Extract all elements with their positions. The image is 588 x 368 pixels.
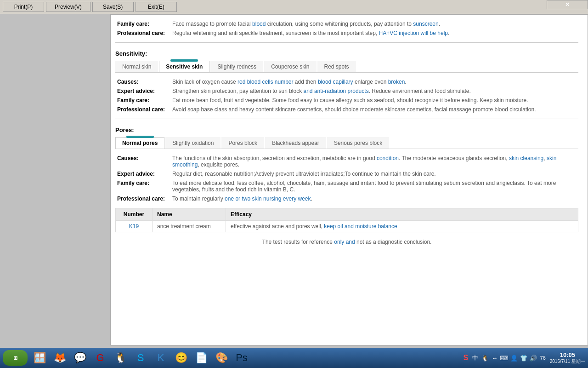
col-name-header: Name xyxy=(153,208,226,221)
tab-normal-pores[interactable]: Normal pores xyxy=(115,137,164,149)
sensitivity-family-text: Eat more bean food, fruit and vegetable.… xyxy=(170,96,578,105)
sensitivity-section: Sensitivity: Normal skin Sensitive skin … xyxy=(115,50,578,119)
start-icon: ⊞ xyxy=(13,355,17,361)
pores-family-label: Family care: xyxy=(115,178,170,194)
col-number-header: Number xyxy=(116,208,153,221)
tab-slightly-redness[interactable]: Slightly redness xyxy=(210,61,263,72)
taskbar-icon-11[interactable]: Ps xyxy=(232,350,251,366)
pores-tab-active-indicator xyxy=(126,136,154,138)
divider-sensitivity xyxy=(115,119,578,119)
tray-icon-qq[interactable]: 🐧 xyxy=(481,354,489,362)
tray-icon-user[interactable]: 👤 xyxy=(510,354,518,362)
table-row: K19 ance treatment cream effective again… xyxy=(116,221,578,232)
taskbar-icon-4[interactable]: G xyxy=(91,350,109,366)
tray-icon-s[interactable]: S xyxy=(462,354,470,362)
start-button[interactable]: ⊞ xyxy=(3,350,28,366)
taskbar-icon-1[interactable]: 🪟 xyxy=(30,350,49,366)
sensitivity-expert-row: Expert advice: Strengthen skin protectio… xyxy=(115,86,578,96)
taskbar-icon-8[interactable]: 😊 xyxy=(172,350,190,366)
tray-icon-lang[interactable]: 中 xyxy=(471,354,480,362)
professional-care-row: Professional care: Regular whitening and… xyxy=(115,29,578,38)
sensitivity-causes-text: Skin lack of oxygen cause red blood cell… xyxy=(170,77,578,86)
preview-button[interactable]: Preview(V) xyxy=(46,2,90,12)
sensitivity-professional-text: Avoid soap base class and heavy content … xyxy=(170,105,578,114)
tab-slightly-oxidation[interactable]: Slightly oxidation xyxy=(165,137,220,149)
pores-care-table: Causes: The functions of the skin absorp… xyxy=(115,154,578,203)
product-table: Number Name Efficacy K19 ance treatment … xyxy=(115,208,578,232)
tray-icon-shirt[interactable]: 👕 xyxy=(520,354,528,362)
tab-sensitive-skin[interactable]: Sensitive skin xyxy=(159,61,209,72)
tab-red-spots[interactable]: Red spots xyxy=(317,61,356,72)
pores-expert-label: Expert advice: xyxy=(115,169,170,178)
sensitivity-family-row: Family care: Eat more bean food, fruit a… xyxy=(115,96,578,105)
pores-section: Pores: Normal pores Slightly oxidation P… xyxy=(115,126,578,250)
pores-family-row: Family care: To eat more delicate food, … xyxy=(115,178,578,194)
tab-blackheads-appear[interactable]: Blackheads appear xyxy=(265,137,326,149)
pores-professional-label: Professional care: xyxy=(115,194,170,203)
product-efficacy: effective against acne and pores well, k… xyxy=(226,221,578,232)
print-button[interactable]: Print(P) xyxy=(3,2,44,12)
save-button[interactable]: Save(S) xyxy=(92,2,134,12)
product-table-header: Number Name Efficacy xyxy=(116,208,578,221)
col-efficacy-header: Efficacy xyxy=(226,208,578,221)
sensitivity-title: Sensitivity: xyxy=(115,50,578,57)
pores-tab-bar: Normal pores Slightly oxidation Pores bl… xyxy=(115,137,578,149)
taskbar-icon-2[interactable]: 🦊 xyxy=(51,350,69,366)
taskbar-icon-3[interactable]: 💬 xyxy=(71,350,89,366)
pores-title: Pores: xyxy=(115,126,578,133)
close-button[interactable]: ✕ xyxy=(547,0,588,9)
sensitivity-professional-row: Professional care: Avoid soap base class… xyxy=(115,105,578,114)
sensitivity-professional-label: Professional care: xyxy=(115,105,170,114)
top-care-table: Family care: Face massage to promote fac… xyxy=(115,19,578,38)
tray-icon-volume[interactable]: 🔊 xyxy=(529,354,537,362)
taskbar-time[interactable]: 10:05 2016/7/11 星期一 xyxy=(550,351,585,365)
sensitivity-expert-label: Expert advice: xyxy=(115,86,170,96)
professional-care-label: Professional care: xyxy=(115,29,170,38)
footer-note: The test results for reference only and … xyxy=(115,239,578,250)
taskbar-icon-9[interactable]: 📄 xyxy=(192,350,210,366)
pores-professional-text: To maintain regularly one or two skin nu… xyxy=(170,194,578,203)
family-care-text: Face massage to promote facial blood cir… xyxy=(170,19,578,29)
tray-icon-arrow[interactable]: ↔ xyxy=(491,354,499,362)
tray-icon-keyboard[interactable]: ⌨ xyxy=(500,354,509,362)
sensitivity-care-table: Causes: Skin lack of oxygen cause red bl… xyxy=(115,77,578,114)
divider-top xyxy=(115,42,578,43)
tab-active-indicator xyxy=(170,59,198,62)
pores-causes-label: Causes: xyxy=(115,154,170,169)
clock-time: 10:05 xyxy=(550,351,585,358)
content-area: Family care: Face massage to promote fac… xyxy=(110,14,588,345)
taskbar-icon-10[interactable]: 🎨 xyxy=(212,350,231,366)
scroll-container[interactable]: Family care: Face massage to promote fac… xyxy=(111,15,588,345)
taskbar-icons: 🪟 🦊 💬 G 🐧 S K 😊 📄 🎨 Ps xyxy=(30,350,462,366)
taskbar-icon-5[interactable]: 🐧 xyxy=(111,350,130,366)
sensitivity-tab-bar: Normal skin Sensitive skin Slightly redn… xyxy=(115,61,578,73)
pores-causes-row: Causes: The functions of the skin absorp… xyxy=(115,154,578,169)
tab-normal-skin[interactable]: Normal skin xyxy=(115,61,158,72)
system-tray-icons: S 中 🐧 ↔ ⌨ 👤 👕 🔊 76 xyxy=(462,354,547,362)
pores-professional-row: Professional care: To maintain regularly… xyxy=(115,194,578,203)
exit-button[interactable]: Exit(E) xyxy=(136,2,177,12)
sensitivity-family-label: Family care: xyxy=(115,96,170,105)
taskbar: ⊞ 🪟 🦊 💬 G 🐧 S K 😊 📄 🎨 xyxy=(0,348,588,368)
pores-expert-text: Regular diet, reasonable nutrition;Activ… xyxy=(170,169,578,178)
family-care-row: Family care: Face massage to promote fac… xyxy=(115,19,578,29)
product-number: K19 xyxy=(116,221,153,232)
product-name: ance treatment cream xyxy=(153,221,226,232)
tab-pores-block[interactable]: Pores block xyxy=(221,137,264,149)
taskbar-right: S 中 🐧 ↔ ⌨ 👤 👕 🔊 76 10:05 2016/7/11 星期一 xyxy=(462,351,585,365)
sidebar xyxy=(0,14,110,345)
tab-couperose-skin[interactable]: Couperose skin xyxy=(264,61,316,72)
sensitivity-causes-row: Causes: Skin lack of oxygen cause red bl… xyxy=(115,77,578,86)
taskbar-icon-7[interactable]: K xyxy=(152,350,170,366)
toolbar: Print(P) Preview(V) Save(S) Exit(E) ✕ xyxy=(0,0,588,14)
pores-causes-text: The functions of the skin absorption, se… xyxy=(170,154,578,169)
tray-icon-76: 76 xyxy=(539,354,547,362)
sensitivity-expert-text: Strengthen skin protection, pay attentio… xyxy=(170,86,578,96)
clock-date: 2016/7/11 星期一 xyxy=(550,358,585,365)
pores-family-text: To eat more delicate food, less coffee, … xyxy=(170,178,578,194)
family-care-label: Family care: xyxy=(115,19,170,29)
tab-serious-pores-block[interactable]: Serious pores block xyxy=(327,137,389,149)
taskbar-icon-6[interactable]: S xyxy=(131,350,150,366)
professional-care-text: Regular whitening and anti speckle treat… xyxy=(170,29,578,38)
pores-expert-row: Expert advice: Regular diet, reasonable … xyxy=(115,169,578,178)
